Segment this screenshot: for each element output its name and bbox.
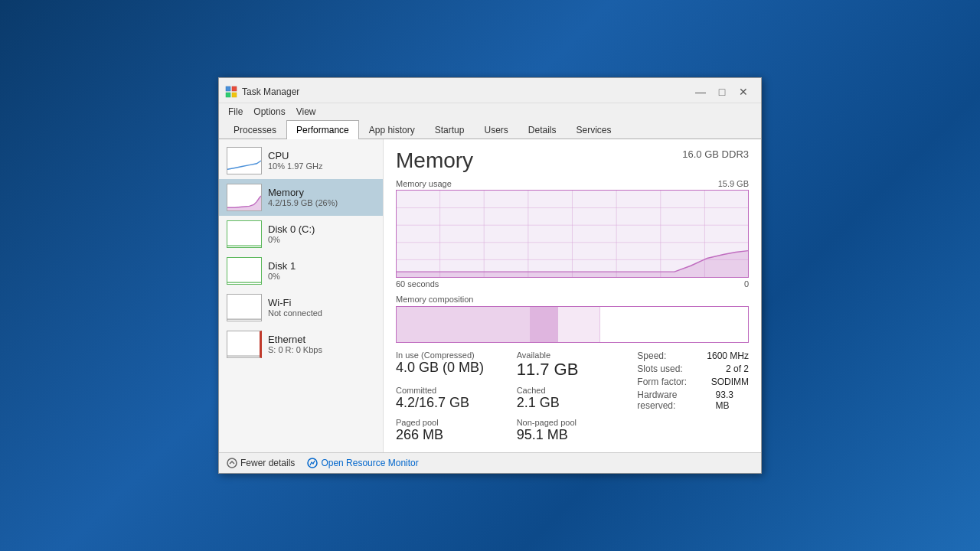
- tab-performance[interactable]: Performance: [286, 120, 359, 139]
- ethernet-detail: S: 0 R: 0 Kbps: [268, 345, 322, 354]
- menu-view[interactable]: View: [292, 105, 321, 119]
- disk0-info: Disk 0 (C:) 0%: [268, 223, 315, 244]
- composition-label: Memory composition: [396, 295, 749, 304]
- hw-reserved-value: 93.3 MB: [716, 390, 749, 411]
- chart-time-row: 60 seconds 0: [396, 279, 749, 289]
- usage-label: Memory usage: [396, 179, 452, 188]
- menu-file[interactable]: File: [224, 105, 247, 119]
- memory-label: Memory: [268, 187, 338, 198]
- paged-pool-value: 266 MB: [396, 427, 508, 444]
- menu-bar: File Options View: [219, 103, 761, 120]
- ethernet-info: Ethernet S: 0 R: 0 Kbps: [268, 334, 322, 354]
- committed-label: Committed: [396, 386, 508, 395]
- sidebar-item-memory[interactable]: Memory 4.2/15.9 GB (26%): [219, 179, 383, 216]
- wifi-info: Wi-Fi Not connected: [268, 297, 322, 318]
- tab-app-history[interactable]: App history: [359, 120, 425, 139]
- disk0-thumbnail: [227, 220, 262, 248]
- sidebar-item-disk0[interactable]: Disk 0 (C:) 0%: [219, 216, 383, 253]
- stats-grid: In use (Compressed) 4.0 GB (0 MB) Availa…: [396, 350, 749, 444]
- resource-monitor-icon: [307, 458, 318, 468]
- slots-label: Slots used:: [637, 364, 682, 374]
- stat-committed: Committed 4.2/16.7 GB: [396, 386, 508, 412]
- speed-label: Speed:: [637, 350, 666, 361]
- speed-value: 1600 MHz: [707, 350, 749, 361]
- svg-point-17: [227, 458, 237, 468]
- tab-startup[interactable]: Startup: [425, 120, 475, 139]
- available-value: 11.7 GB: [517, 360, 629, 380]
- committed-value: 4.2/16.7 GB: [396, 395, 508, 412]
- menu-options[interactable]: Options: [249, 105, 289, 119]
- memory-info: Memory 4.2/15.9 GB (26%): [268, 187, 338, 207]
- ethernet-label: Ethernet: [268, 334, 322, 345]
- wifi-label: Wi-Fi: [268, 297, 322, 308]
- tab-users[interactable]: Users: [474, 120, 518, 139]
- tab-services[interactable]: Services: [567, 120, 622, 139]
- slots-value: 2 of 2: [726, 364, 749, 374]
- fewer-details-label: Fewer details: [240, 458, 295, 468]
- sidebar-item-disk1[interactable]: Disk 1 0%: [219, 253, 383, 289]
- svg-rect-0: [226, 86, 230, 91]
- stat-non-paged-pool: Non-paged pool 95.1 MB: [517, 418, 629, 444]
- sidebar-item-wifi[interactable]: Wi-Fi Not connected: [219, 289, 383, 326]
- minimize-button[interactable]: —: [691, 84, 710, 99]
- chart-svg: [397, 191, 748, 277]
- app-icon: [225, 86, 237, 98]
- memory-detail: 4.2/15.9 GB (26%): [268, 198, 338, 207]
- svg-rect-3: [232, 93, 237, 97]
- hw-reserved-row: Hardware reserved: 93.3 MB: [637, 390, 749, 411]
- wifi-detail: Not connected: [268, 308, 322, 318]
- stat-in-use: In use (Compressed) 4.0 GB (0 MB): [396, 350, 508, 380]
- non-paged-pool-label: Non-paged pool: [517, 418, 629, 427]
- tab-details[interactable]: Details: [518, 120, 567, 139]
- in-use-value: 4.0 GB (0 MB): [396, 360, 508, 377]
- disk0-label: Disk 0 (C:): [268, 223, 315, 235]
- disk1-thumbnail: [227, 257, 262, 285]
- tab-processes[interactable]: Processes: [224, 120, 286, 139]
- main-header: Memory 16.0 GB DDR3: [396, 148, 749, 173]
- svg-marker-4: [227, 196, 261, 210]
- fewer-details-icon: [227, 458, 237, 468]
- speed-row: Speed: 1600 MHz: [637, 350, 749, 361]
- stat-cached: Cached 2.1 GB: [517, 386, 629, 412]
- disk1-info: Disk 1 0%: [268, 260, 296, 281]
- main-panel: Memory 16.0 GB DDR3 Memory usage 15.9 GB: [384, 139, 761, 453]
- form-label: Form factor:: [637, 377, 687, 387]
- stat-paged-pool: Paged pool 266 MB: [396, 418, 508, 444]
- open-resource-monitor-button[interactable]: Open Resource Monitor: [307, 458, 418, 468]
- usage-value: 15.9 GB: [718, 179, 749, 188]
- cpu-label: CPU: [268, 150, 323, 161]
- disk1-label: Disk 1: [268, 260, 296, 272]
- cpu-info: CPU 10% 1.97 GHz: [268, 150, 323, 171]
- comp-in-use: [397, 307, 530, 342]
- form-value: SODIMM: [711, 377, 749, 387]
- fewer-details-button[interactable]: Fewer details: [227, 458, 295, 468]
- comp-free: [600, 307, 748, 342]
- paged-pool-label: Paged pool: [396, 418, 508, 427]
- ethernet-thumbnail: [227, 331, 262, 358]
- chart-label-row: Memory usage 15.9 GB: [396, 179, 749, 188]
- comp-modified: [530, 307, 558, 342]
- form-row: Form factor: SODIMM: [637, 377, 749, 387]
- hw-reserved-label: Hardware reserved:: [637, 390, 715, 411]
- close-button[interactable]: ✕: [733, 84, 753, 99]
- disk1-detail: 0%: [268, 272, 296, 281]
- sidebar-item-ethernet[interactable]: Ethernet S: 0 R: 0 Kbps: [219, 326, 383, 363]
- open-resource-label: Open Resource Monitor: [321, 458, 418, 468]
- comp-standby: [558, 307, 600, 342]
- sidebar-item-cpu[interactable]: CPU 10% 1.97 GHz: [219, 142, 383, 179]
- content-area: CPU 10% 1.97 GHz Memory 4.2/15.9 GB (26%…: [219, 139, 761, 453]
- usage-chart-section: Memory usage 15.9 GB: [396, 179, 749, 289]
- memory-thumbnail: [227, 184, 262, 211]
- panel-title: Memory: [396, 148, 473, 173]
- memory-spec: 16.0 GB DDR3: [682, 148, 749, 160]
- title-bar: Task Manager — □ ✕: [219, 78, 761, 103]
- disk0-detail: 0%: [268, 235, 315, 244]
- in-use-label: In use (Compressed): [396, 350, 508, 360]
- stat-available: Available 11.7 GB: [517, 350, 629, 380]
- maximize-button[interactable]: □: [712, 84, 732, 99]
- cached-value: 2.1 GB: [517, 395, 629, 412]
- time-start: 60 seconds: [396, 279, 439, 289]
- window-controls: — □ ✕: [691, 84, 753, 99]
- slots-row: Slots used: 2 of 2: [637, 364, 749, 374]
- wifi-thumbnail: [227, 294, 262, 321]
